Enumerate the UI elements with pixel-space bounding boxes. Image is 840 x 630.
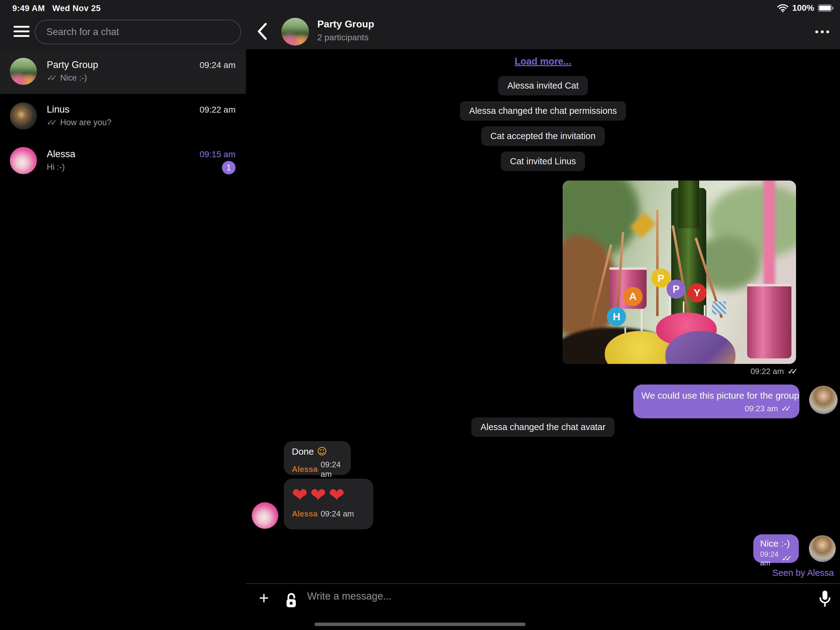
double-check-icon: ✓✓ bbox=[781, 404, 791, 413]
message-input[interactable] bbox=[306, 590, 769, 602]
chat-name: Linus bbox=[47, 104, 69, 115]
chat-list: Party Group ✓✓ Nice :-) 09:24 am Linus ✓… bbox=[0, 49, 246, 183]
sidebar-item-linus[interactable]: Linus ✓✓ How are you? 09:22 am bbox=[0, 94, 246, 138]
chevron-left-icon bbox=[259, 24, 266, 39]
chat-search-box[interactable] bbox=[35, 20, 241, 44]
photo-message[interactable]: H A P P Y bbox=[563, 180, 796, 364]
message-text: Nice :-) bbox=[760, 538, 792, 549]
double-check-icon: ✓✓ bbox=[47, 118, 57, 127]
conversation-avatar[interactable] bbox=[281, 18, 309, 46]
seen-by-status: Seen by Alessa bbox=[772, 568, 834, 578]
message-text: We could use this picture for the group bbox=[641, 390, 791, 401]
message-time: 09:23 am bbox=[745, 404, 778, 413]
cat-avatar bbox=[809, 535, 836, 562]
photo-letter-y: Y bbox=[687, 283, 707, 302]
message-text: Done bbox=[292, 446, 314, 456]
conversation-title: Party Group bbox=[317, 19, 374, 30]
unread-badge: 1 bbox=[222, 161, 235, 174]
chat-name: Party Group bbox=[47, 59, 98, 70]
lock-icon bbox=[284, 592, 298, 610]
load-more-link[interactable]: Load more... bbox=[515, 56, 571, 67]
add-attachment-button[interactable]: + bbox=[259, 589, 269, 606]
photo-streamer bbox=[763, 180, 775, 287]
heart-emojis: ❤❤❤ bbox=[292, 482, 365, 508]
chat-time: 09:24 am bbox=[199, 60, 235, 70]
photo-message-meta: 09:22 am ✓✓ bbox=[750, 367, 798, 376]
chat-preview-text: How are you? bbox=[60, 118, 112, 127]
conversation-subtitle: 2 participants bbox=[317, 33, 369, 43]
message-time: 09:24 am bbox=[321, 460, 343, 479]
microphone-button[interactable] bbox=[818, 589, 832, 610]
back-button[interactable] bbox=[255, 22, 270, 41]
alessa-avatar bbox=[10, 147, 37, 174]
system-message: Alessa changed the chat permissions bbox=[460, 101, 626, 120]
linus-avatar bbox=[10, 103, 37, 130]
system-message: Alessa changed the chat avatar bbox=[471, 418, 615, 437]
system-message: Cat invited Linus bbox=[501, 152, 585, 171]
message-bubble-incoming[interactable]: ❤❤❤ Alessa 09:24 am bbox=[284, 479, 373, 529]
message-bubble-outgoing[interactable]: Nice :-) 09:24 am ✓✓ bbox=[753, 534, 799, 563]
sidebar-item-party-group[interactable]: Party Group ✓✓ Nice :-) 09:24 am bbox=[0, 49, 246, 94]
search-input[interactable] bbox=[35, 27, 231, 38]
sidebar-item-alessa[interactable]: Alessa Hi :-) 09:15 am 1 bbox=[0, 138, 246, 183]
sidebar: Party Group ✓✓ Nice :-) 09:24 am Linus ✓… bbox=[0, 0, 246, 630]
photo-letter-a: A bbox=[623, 287, 642, 306]
more-options-icon[interactable]: ••• bbox=[815, 26, 831, 38]
conversation-pane: Party Group 2 participants ••• Load more… bbox=[246, 0, 840, 630]
home-indicator[interactable] bbox=[314, 623, 526, 626]
chat-preview-text: Hi :-) bbox=[47, 162, 65, 172]
smiling-emoji: ☺ bbox=[317, 445, 327, 457]
double-check-icon: ✓✓ bbox=[782, 554, 792, 563]
chat-name: Alessa bbox=[47, 149, 75, 160]
message-time: 09:22 am bbox=[750, 367, 784, 376]
message-bubble-incoming[interactable]: Done☺ Alessa 09:24 am bbox=[284, 441, 351, 475]
party-group-avatar bbox=[10, 58, 37, 85]
message-sender: Alessa bbox=[292, 509, 317, 519]
cat-avatar bbox=[809, 386, 838, 414]
double-check-icon: ✓✓ bbox=[788, 367, 798, 376]
message-bubble-outgoing[interactable]: We could use this picture for the group … bbox=[633, 385, 799, 418]
menu-icon[interactable] bbox=[14, 26, 30, 38]
chat-preview-text: Nice :-) bbox=[60, 73, 87, 83]
message-sender: Alessa bbox=[292, 464, 317, 474]
double-check-icon: ✓✓ bbox=[47, 73, 57, 83]
photo-flag bbox=[712, 301, 726, 314]
chat-time: 09:22 am bbox=[199, 105, 235, 115]
photo-letter-p: P bbox=[666, 280, 686, 299]
message-time: 09:24 am bbox=[321, 509, 354, 519]
photo-cup bbox=[747, 285, 791, 358]
system-message: Cat accepted the invitation bbox=[481, 127, 605, 146]
chat-time: 09:15 am bbox=[199, 149, 235, 159]
alessa-avatar bbox=[252, 502, 278, 529]
message-time: 09:24 am bbox=[760, 550, 778, 567]
system-message: Alessa invited Cat bbox=[498, 76, 588, 95]
